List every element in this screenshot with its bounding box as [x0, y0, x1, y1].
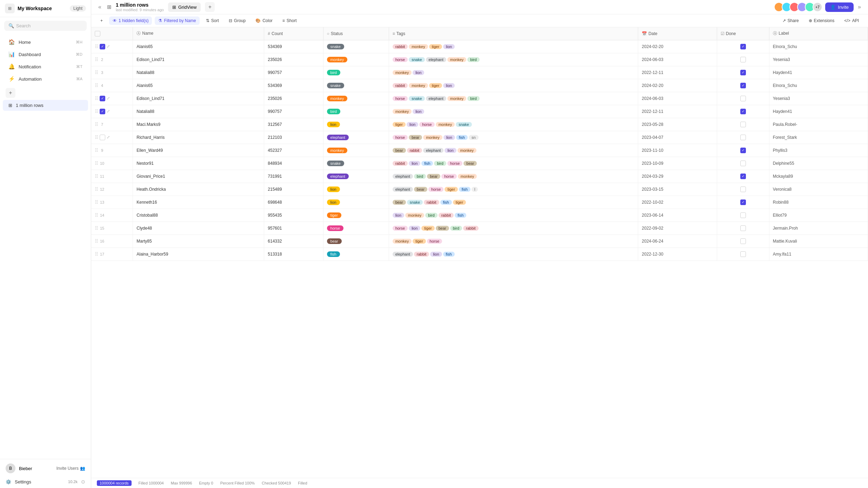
cell-done[interactable]: ✓	[717, 40, 769, 53]
done-checkbox[interactable]: ✓	[740, 83, 746, 88]
tag-pill: rabbit	[463, 226, 479, 231]
add-item-button[interactable]: +	[6, 88, 15, 98]
done-checkbox[interactable]: ✓	[740, 199, 746, 205]
col-status[interactable]: ○Status	[323, 27, 389, 40]
col-checkbox[interactable]	[91, 27, 133, 40]
invite-button[interactable]: 👤 Invite	[825, 2, 854, 12]
cell-done[interactable]	[717, 183, 769, 196]
cell-done[interactable]	[717, 131, 769, 144]
drag-handle[interactable]: ⠿	[95, 238, 98, 244]
expand-icon[interactable]: ⤢	[107, 109, 110, 114]
col-label[interactable]: ⒶLabel	[769, 27, 868, 40]
extensions-button[interactable]: ⊕ Extensions	[805, 16, 838, 25]
cell-tags: horsesnakeelephantmonkeybird	[389, 92, 638, 105]
col-tags[interactable]: ≡Tags	[389, 27, 638, 40]
cell-done[interactable]: ✓	[717, 105, 769, 118]
cell-done[interactable]	[717, 209, 769, 222]
add-view-button[interactable]: +	[205, 2, 215, 12]
cell-done[interactable]	[717, 235, 769, 248]
done-checkbox[interactable]: ✓	[740, 70, 746, 75]
cell-done[interactable]	[717, 248, 769, 260]
drag-handle[interactable]: ⠿	[95, 109, 98, 114]
gridview-button[interactable]: ⊞ GridView	[168, 2, 201, 12]
grid-container[interactable]: ⒶName #Count ○Status ≡Tags 📅Date	[91, 27, 868, 478]
settings-row[interactable]: ⚙️ Settings 10.2k ⊙	[0, 477, 91, 488]
collapse-sidebar-button[interactable]: «	[97, 2, 103, 12]
col-done[interactable]: ☑Done	[717, 27, 769, 40]
sort-button[interactable]: ⇅ Sort	[202, 16, 222, 25]
row-number: 10	[99, 161, 105, 165]
done-checkbox[interactable]	[740, 187, 746, 192]
drag-handle[interactable]: ⠿	[95, 83, 98, 88]
drag-handle[interactable]: ⠿	[95, 251, 98, 257]
drag-handle[interactable]: ⠿	[95, 70, 98, 75]
cell-done[interactable]: ✓	[717, 144, 769, 157]
main-content: « ⊞ 1 million rows last modified: 9 minu…	[91, 0, 868, 488]
sidebar-item-notification[interactable]: 🔔 Notification ⌘T	[3, 61, 88, 73]
expand-icon[interactable]: ⤢	[107, 135, 110, 140]
cell-done[interactable]: ✓	[717, 170, 769, 183]
group-button[interactable]: ⊟ Group	[225, 16, 249, 25]
row-checkbox[interactable]: ✓	[100, 44, 105, 49]
sidebar-item-automation[interactable]: ⚡ Automation ⌘A	[3, 73, 88, 85]
drag-handle[interactable]: ⠿	[95, 212, 98, 218]
drag-handle[interactable]: ⠿	[95, 187, 98, 192]
theme-badge[interactable]: Light	[70, 5, 86, 12]
add-field-button[interactable]: +	[97, 16, 106, 25]
drag-handle[interactable]: ⠿	[95, 161, 98, 166]
col-name[interactable]: ⒶName	[133, 27, 264, 40]
cell-done[interactable]	[717, 118, 769, 131]
col-date[interactable]: 📅Date	[638, 27, 717, 40]
cell-done[interactable]: ✓	[717, 196, 769, 209]
cell-done[interactable]	[717, 157, 769, 170]
collapse-right-button[interactable]: »	[856, 2, 862, 12]
drag-handle[interactable]: ⠿	[95, 199, 98, 205]
done-checkbox[interactable]: ✓	[740, 109, 746, 114]
done-checkbox[interactable]	[740, 96, 746, 101]
drag-handle[interactable]: ⠿	[95, 57, 98, 62]
row-checkbox[interactable]: ✓	[100, 109, 105, 114]
done-checkbox[interactable]	[740, 238, 746, 244]
drag-handle[interactable]: ⠿	[95, 135, 98, 140]
drag-handle[interactable]: ⠿	[95, 225, 98, 231]
api-button[interactable]: </> API	[841, 16, 862, 25]
done-checkbox[interactable]	[740, 225, 746, 231]
done-checkbox[interactable]	[740, 122, 746, 127]
table-item-million-rows[interactable]: ⊞ 1 million rows	[3, 100, 88, 111]
done-checkbox[interactable]	[740, 57, 746, 62]
header-checkbox[interactable]	[95, 31, 100, 36]
invite-users-button[interactable]: Invite Users 👥	[56, 466, 85, 471]
sidebar-item-home[interactable]: 🏠 Home ⌘H	[3, 36, 88, 48]
drag-handle[interactable]: ⠿	[95, 122, 98, 127]
hidden-fields-button[interactable]: 👁 1 hidden field(s)	[109, 16, 152, 25]
avatar-more[interactable]: +7	[813, 2, 822, 12]
done-checkbox[interactable]: ✓	[740, 174, 746, 179]
color-button[interactable]: 🎨 Color	[252, 16, 276, 25]
cell-done[interactable]: ✓	[717, 79, 769, 92]
drag-handle[interactable]: ⠿	[95, 44, 98, 49]
sidebar-item-dashboard[interactable]: 📊 Dashboard ⌘D	[3, 48, 88, 60]
expand-icon[interactable]: ⤢	[107, 44, 110, 49]
done-checkbox[interactable]	[740, 212, 746, 218]
col-count[interactable]: #Count	[264, 27, 323, 40]
done-checkbox[interactable]	[740, 251, 746, 257]
done-checkbox[interactable]: ✓	[740, 44, 746, 49]
done-checkbox[interactable]	[740, 135, 746, 140]
cell-done[interactable]: ✓	[717, 66, 769, 79]
filter-button[interactable]: ⚗ Filtered by Name	[155, 16, 199, 25]
row-checkbox[interactable]	[100, 135, 105, 140]
search-bar[interactable]: 🔍 Search	[4, 21, 87, 31]
drag-handle[interactable]: ⠿	[95, 96, 98, 101]
cell-done[interactable]	[717, 222, 769, 235]
done-checkbox[interactable]	[740, 161, 746, 166]
row-checkbox[interactable]: ✓	[100, 96, 105, 101]
share-button[interactable]: ↗ Share	[779, 16, 802, 25]
short-button[interactable]: ≡ Short	[279, 16, 300, 25]
table-row: ⠿ 12 Heath.Ondricka215489lionelephantbea…	[91, 183, 868, 196]
cell-done[interactable]	[717, 53, 769, 66]
drag-handle[interactable]: ⠿	[95, 174, 98, 179]
cell-done[interactable]	[717, 92, 769, 105]
drag-handle[interactable]: ⠿	[95, 148, 98, 153]
done-checkbox[interactable]: ✓	[740, 148, 746, 153]
expand-icon[interactable]: ⤢	[107, 96, 110, 101]
